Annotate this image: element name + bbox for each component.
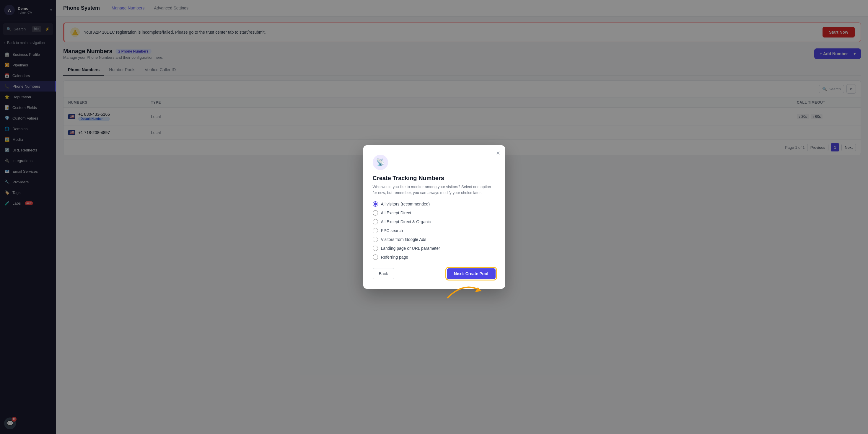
arrow-annotation xyxy=(442,279,490,303)
radio-label-all-visitors: All visitors (recommended) xyxy=(381,202,430,206)
radio-label-all-except-direct: All Except Direct xyxy=(381,211,411,215)
radio-all-except-direct[interactable]: All Except Direct xyxy=(373,210,496,216)
back-button[interactable]: Back xyxy=(373,268,394,279)
radio-label-visitors-google-ads: Visitors from Google Ads xyxy=(381,237,427,242)
modal-overlay[interactable]: ✕ 📡 Create Tracking Numbers Who would yo… xyxy=(0,0,868,434)
radio-visitors-google-ads[interactable]: Visitors from Google Ads xyxy=(373,237,496,242)
radio-input-all-except-direct-organic[interactable] xyxy=(373,219,378,224)
radio-input-visitors-google-ads[interactable] xyxy=(373,237,378,242)
next-create-pool-button[interactable]: Next: Create Pool xyxy=(447,268,496,279)
radio-landing-page[interactable]: Landing page or URL parameter xyxy=(373,246,496,251)
radio-all-except-direct-organic[interactable]: All Except Direct & Organic xyxy=(373,219,496,224)
radio-label-ppc-search: PPC search xyxy=(381,228,403,233)
radio-label-referring-page: Referring page xyxy=(381,255,408,259)
radio-group: All visitors (recommended) All Except Di… xyxy=(373,202,496,260)
radio-input-all-except-direct[interactable] xyxy=(373,210,378,216)
modal-icon: 📡 xyxy=(373,155,388,170)
modal-close-button[interactable]: ✕ xyxy=(496,150,500,156)
modal-subtitle: Who would you like to monitor among your… xyxy=(373,184,496,195)
radio-input-ppc-search[interactable] xyxy=(373,228,378,233)
svg-marker-0 xyxy=(475,287,482,292)
radio-input-referring-page[interactable] xyxy=(373,254,378,260)
radio-label-landing-page: Landing page or URL parameter xyxy=(381,246,440,251)
radio-ppc-search[interactable]: PPC search xyxy=(373,228,496,233)
modal: ✕ 📡 Create Tracking Numbers Who would yo… xyxy=(363,145,505,289)
modal-footer: Back Next: Create Pool xyxy=(373,268,496,279)
radio-input-landing-page[interactable] xyxy=(373,246,378,251)
radio-all-visitors[interactable]: All visitors (recommended) xyxy=(373,202,496,207)
radio-referring-page[interactable]: Referring page xyxy=(373,254,496,260)
radio-label-all-except-direct-organic: All Except Direct & Organic xyxy=(381,219,431,224)
modal-title: Create Tracking Numbers xyxy=(373,175,496,182)
radio-input-all-visitors[interactable] xyxy=(373,202,378,207)
